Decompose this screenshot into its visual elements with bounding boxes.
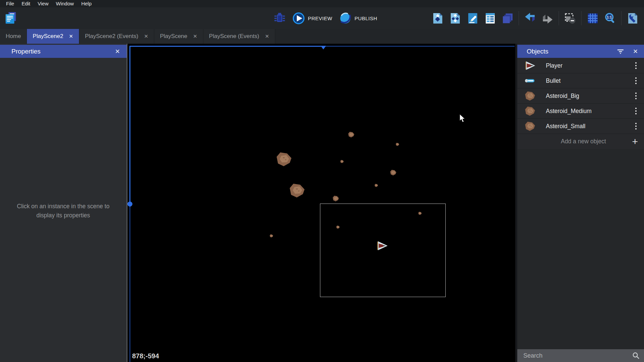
tab-close-icon[interactable]: ✕ <box>69 33 73 39</box>
cursor-coordinates: 878;-594 <box>132 352 159 360</box>
preview-button[interactable]: PREVIEW <box>292 12 332 25</box>
asteroid-medium-instance[interactable] <box>348 132 355 138</box>
object-context-menu-icon[interactable] <box>633 61 639 71</box>
asteroid-medium-instance[interactable] <box>332 195 339 202</box>
asteroid-small-instance[interactable] <box>374 184 378 187</box>
object-groups-icon <box>449 12 461 24</box>
preview-label: PREVIEW <box>308 15 332 21</box>
tab-close-icon[interactable]: ✕ <box>193 33 197 39</box>
asteroid-small-instance[interactable] <box>418 212 422 215</box>
asteroid-small-instance[interactable] <box>340 160 344 163</box>
menu-edit[interactable]: Edit <box>18 0 34 7</box>
preview-play-icon <box>292 12 305 25</box>
menu-view[interactable]: View <box>34 0 52 7</box>
object-context-menu-icon[interactable] <box>633 76 639 86</box>
properties-panel-header: Properties ✕ <box>0 45 127 58</box>
open-properties-panel-button[interactable] <box>466 11 479 26</box>
filter-icon[interactable] <box>617 48 624 55</box>
settings-button[interactable] <box>626 11 639 26</box>
object-context-menu-icon[interactable] <box>633 106 639 116</box>
asteroid-small-instance[interactable] <box>270 234 273 238</box>
objects-panel: PlayerBulletAsteroid_BigAsteroid_MediumA… <box>517 44 644 362</box>
open-instances-list-button[interactable] <box>484 11 496 26</box>
object-row-bullet[interactable]: Bullet <box>517 73 644 88</box>
tab-playscene[interactable]: PlayScene✕ <box>154 29 203 44</box>
redo-button[interactable] <box>541 11 554 26</box>
object-row-asteroid_small[interactable]: Asteroid_Small <box>517 119 644 134</box>
objects-panel-header: Objects ✕ <box>517 45 644 58</box>
properties-panel-title: Properties <box>11 48 41 55</box>
asteroid-icon <box>525 121 535 131</box>
tab-close-icon[interactable]: ✕ <box>265 33 269 39</box>
instances-list-icon <box>484 12 496 24</box>
tab-playscene2[interactable]: PlayScene2✕ <box>27 29 79 44</box>
object-row-player[interactable]: Player <box>517 58 644 73</box>
asteroid-small-instance[interactable] <box>336 225 340 229</box>
debug-button[interactable] <box>273 11 286 26</box>
menu-file[interactable]: File <box>2 0 18 7</box>
grid-icon <box>587 12 599 24</box>
publish-globe-icon <box>339 12 352 25</box>
open-object-groups-button[interactable] <box>449 11 461 26</box>
publish-button[interactable]: PUBLISH <box>339 12 377 25</box>
object-label: Bullet <box>546 77 633 84</box>
objects-editor-icon <box>432 12 444 24</box>
objects-search-input[interactable] <box>517 349 644 362</box>
open-objects-editor-button[interactable] <box>431 11 444 26</box>
vertical-scrollbar-fill[interactable] <box>129 46 130 204</box>
project-manager-icon <box>4 11 17 25</box>
add-object-button[interactable]: Add a new object+ <box>517 134 644 149</box>
menubar: FileEditViewWindowHelp <box>0 0 644 7</box>
delete-selection-icon <box>564 12 576 24</box>
open-layers-panel-button[interactable] <box>501 11 514 26</box>
debug-icon <box>273 12 286 25</box>
menu-window[interactable]: Window <box>52 0 77 7</box>
editor-tabstrip: HomePlayScene2✕PlayScene2 (Events)✕PlayS… <box>0 29 644 44</box>
toolbar-separator <box>621 11 621 25</box>
object-context-menu-icon[interactable] <box>633 121 639 132</box>
scene-canvas[interactable]: 878;-594 <box>127 44 515 362</box>
tab-playscene2-events-[interactable]: PlayScene2 (Events)✕ <box>79 29 154 44</box>
object-row-asteroid_medium[interactable]: Asteroid_Medium <box>517 104 644 119</box>
toolbar-separator <box>559 11 559 25</box>
asteroid-big-instance[interactable] <box>276 152 292 167</box>
horizontal-scrollbar-thumb[interactable] <box>321 46 326 49</box>
object-label: Asteroid_Medium <box>546 108 633 115</box>
add-object-label: Add a new object <box>523 138 632 145</box>
asteroid-small-instance[interactable] <box>396 143 399 146</box>
objects-list: PlayerBulletAsteroid_BigAsteroid_MediumA… <box>517 58 644 149</box>
toolbar-separator <box>519 11 519 25</box>
player-ship-icon <box>525 61 535 71</box>
toolbar-separator <box>581 11 581 25</box>
properties-empty-message: Click on an instance in the scene to dis… <box>9 202 117 220</box>
close-icon[interactable]: ✕ <box>115 48 120 55</box>
delete-selection-button[interactable] <box>564 11 576 26</box>
menu-help[interactable]: Help <box>78 0 95 7</box>
tab-close-icon[interactable]: ✕ <box>144 33 148 39</box>
object-label: Player <box>546 62 633 69</box>
tab-home[interactable]: Home <box>0 29 27 44</box>
tab-label: PlayScene2 (Events) <box>85 33 138 40</box>
undo-icon <box>524 12 536 24</box>
player-instance[interactable] <box>376 241 388 251</box>
asteroid-big-instance[interactable] <box>289 183 305 198</box>
tab-playscene-events-[interactable]: PlayScene (Events)✕ <box>203 29 275 44</box>
horizontal-scrollbar-fill[interactable] <box>129 46 323 47</box>
project-manager-button[interactable] <box>4 11 17 26</box>
object-context-menu-icon[interactable] <box>633 91 639 101</box>
object-row-asteroid_big[interactable]: Asteroid_Big <box>517 88 644 104</box>
zoom-original-icon: 1:1 <box>604 12 616 24</box>
properties-panel: Click on an instance in the scene to dis… <box>0 44 127 362</box>
undo-button[interactable] <box>524 11 536 26</box>
zoom-original-button[interactable]: 1:1 <box>604 11 616 26</box>
tab-label: PlayScene2 <box>33 33 63 40</box>
close-icon[interactable]: ✕ <box>633 48 638 55</box>
object-label: Asteroid_Big <box>546 93 633 100</box>
asteroid-medium-instance[interactable] <box>390 170 397 176</box>
main-toolbar: PREVIEW PUBLISH <box>0 7 644 29</box>
publish-label: PUBLISH <box>355 15 377 21</box>
vertical-scrollbar-thumb[interactable] <box>127 202 132 207</box>
toggle-grid-button[interactable] <box>586 11 599 26</box>
objects-panel-title: Objects <box>527 48 548 55</box>
mouse-cursor <box>459 114 466 123</box>
